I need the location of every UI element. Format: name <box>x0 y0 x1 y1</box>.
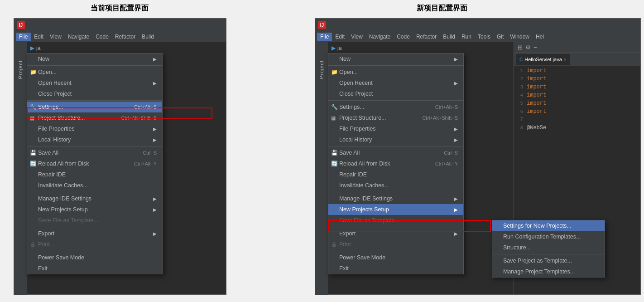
right-menu-window[interactable]: Window <box>507 33 533 41</box>
right-project-structure-icon: ▦ <box>331 115 336 121</box>
right-menu-navigate[interactable]: Navigate <box>366 33 394 41</box>
left-menu-row-project-structure[interactable]: ▦ Project Structure... Ctrl+Alt+Shift+S <box>27 112 162 123</box>
right-menu-row-exit[interactable]: Exit <box>328 263 463 274</box>
code-line-5: 5 import <box>514 100 640 108</box>
right-menu-row-reload[interactable]: 🔄 Reload All from Disk Ctrl+Alt+Y <box>328 158 463 169</box>
left-menu-row-print: 🖨 Print... <box>27 239 162 250</box>
right-menu-row-power-save[interactable]: Power Save Mode <box>328 252 463 263</box>
right-submenu-structure[interactable]: Structure... <box>492 242 605 253</box>
right-code-lines: 1 import 2 import 3 import 4 import 5 im… <box>514 66 640 135</box>
code-line-7: 7 <box>514 117 640 125</box>
left-menu-row-new[interactable]: New ▶ <box>27 54 162 64</box>
right-menu-row-invalidate-caches[interactable]: Invalidate Caches... <box>328 180 463 191</box>
right-menu-edit[interactable]: Edit <box>332 33 348 41</box>
right-menu-row-save-file-template: Save File as Template... <box>328 215 463 226</box>
right-title: 新项目配置界面 <box>417 4 467 13</box>
right-menu-git[interactable]: Git <box>494 33 507 41</box>
left-menu-row-settings[interactable]: 🔧 Settings... Ctrl+Alt+S <box>27 102 162 112</box>
left-menu-edit[interactable]: Edit <box>31 33 47 41</box>
left-menu-row-power-save[interactable]: Power Save Mode <box>27 252 162 263</box>
left-sep2 <box>27 100 162 101</box>
right-editor-tab-bar: C HelloServlet.java × <box>514 53 640 66</box>
left-menu-row-open[interactable]: 📁 Open... <box>27 67 162 78</box>
left-project-tree: ▶ ja <box>27 42 226 54</box>
right-project-panel: Project <box>315 42 328 295</box>
right-menu-help[interactable]: Hel <box>533 33 547 41</box>
left-menu-row-manage-ide[interactable]: Manage IDE Settings ▶ <box>27 193 162 204</box>
left-project-tab-label: Project <box>18 60 23 79</box>
left-menu-row-invalidate-caches[interactable]: Invalidate Caches... <box>27 180 162 191</box>
left-settings-icon: 🔧 <box>30 104 37 110</box>
left-project-structure-icon: ▦ <box>30 115 34 121</box>
left-ide-window: IJ File Edit View Navigate Code Refactor… <box>14 18 226 295</box>
code-line-1: 1 import <box>514 68 640 76</box>
right-menu-bar: File Edit View Navigate Code Refactor Bu… <box>315 31 640 42</box>
left-menu-refactor[interactable]: Refactor <box>112 33 139 41</box>
left-menu-row-repair-ide[interactable]: Repair IDE <box>27 169 162 180</box>
left-menu-row-close-project[interactable]: Close Project <box>27 88 162 99</box>
left-save-icon: 💾 <box>30 150 37 156</box>
right-menu-tools[interactable]: Tools <box>475 33 494 41</box>
right-menu-file[interactable]: File <box>317 33 332 41</box>
right-menu-row-file-properties[interactable]: File Properties ▶ <box>328 123 463 134</box>
left-menu-bar: File Edit View Navigate Code Refactor Bu… <box>14 31 226 42</box>
left-menu-row-exit[interactable]: Exit <box>27 263 162 274</box>
right-print-icon: 🖨 <box>331 241 336 248</box>
left-menu-row-file-properties[interactable]: File Properties ▶ <box>27 123 162 134</box>
right-menu-row-manage-ide[interactable]: Manage IDE Settings ▶ <box>328 193 463 204</box>
right-menu-row-close-project[interactable]: Close Project <box>328 88 463 99</box>
right-menu-row-export[interactable]: Export ▶ <box>328 228 463 239</box>
left-dropdown-menu: New ▶ 📁 Open... Open Recent ▶ Close Proj… <box>27 53 163 274</box>
right-sep6 <box>328 251 463 251</box>
right-title-bar: IJ <box>315 19 640 31</box>
right-editor-toolbar: ⊞ ⚙ − <box>514 42 640 53</box>
left-menu-row-reload[interactable]: 🔄 Reload All from Disk Ctrl+Alt+Y <box>27 158 162 169</box>
right-menu-row-new[interactable]: New ▶ <box>328 54 463 64</box>
left-print-icon: 🖨 <box>30 241 35 248</box>
left-menu-build[interactable]: Build <box>139 33 157 41</box>
left-menu-row-export[interactable]: Export ▶ <box>27 228 162 239</box>
left-title: 当前项目配置界面 <box>91 4 149 13</box>
right-menu-row-print: 🖨 Print... <box>328 239 463 250</box>
right-menu-build[interactable]: Build <box>440 33 458 41</box>
code-line-3: 3 import <box>514 84 640 92</box>
left-menu-view[interactable]: View <box>47 33 65 41</box>
left-menu-row-new-projects-setup[interactable]: New Projects Setup ▶ <box>27 204 162 215</box>
right-submenu-settings-new-projects[interactable]: Settings for New Projects... <box>492 220 605 231</box>
right-menu-row-local-history[interactable]: Local History ▶ <box>328 134 463 145</box>
right-menu-code[interactable]: Code <box>394 33 413 41</box>
left-tree-item-ja: ▶ ja <box>29 44 224 52</box>
right-menu-run[interactable]: Run <box>458 33 475 41</box>
right-submenu-save-project-template[interactable]: Save Project as Template... <box>492 255 605 266</box>
right-menu-row-repair-ide[interactable]: Repair IDE <box>328 169 463 180</box>
left-menu-code[interactable]: Code <box>92 33 112 41</box>
right-menu-row-project-structure[interactable]: ▦ Project Structure... Ctrl+Alt+Shift+S <box>328 112 463 123</box>
right-menu-row-save-all[interactable]: 💾 Save All Ctrl+S <box>328 147 463 158</box>
code-line-8: 8 @WebSe <box>514 125 640 133</box>
right-toolbar-gear-icon[interactable]: ⚙ <box>525 44 531 51</box>
right-menu-row-open[interactable]: 📁 Open... <box>328 67 463 78</box>
left-ide-logo: IJ <box>17 21 25 29</box>
left-menu-navigate[interactable]: Navigate <box>65 33 92 41</box>
right-menu-row-open-recent[interactable]: Open Recent ▶ <box>328 78 463 88</box>
right-tab-close-icon[interactable]: × <box>564 57 567 62</box>
right-toolbar-minus-icon[interactable]: − <box>533 44 537 51</box>
left-menu-file[interactable]: File <box>16 33 31 41</box>
right-submenu-manage-project-templates[interactable]: Manage Project Templates... <box>492 266 605 277</box>
right-menu-row-settings[interactable]: 🔧 Settings... Ctrl+Alt+S <box>328 102 463 112</box>
left-menu-row-local-history[interactable]: Local History ▶ <box>27 134 162 145</box>
left-reload-icon: 🔄 <box>30 161 37 167</box>
right-menu-row-new-projects-setup[interactable]: New Projects Setup ▶ <box>328 204 463 215</box>
right-submenu-run-config-templates[interactable]: Run Configuration Templates... <box>492 231 605 242</box>
left-sep3 <box>27 146 162 146</box>
left-project-panel: Project <box>14 42 27 295</box>
left-menu-row-open-recent[interactable]: Open Recent ▶ <box>27 78 162 88</box>
right-reload-icon: 🔄 <box>331 161 338 167</box>
right-editor-tab-hello-servlet[interactable]: C HelloServlet.java × <box>516 54 570 65</box>
right-settings-icon: 🔧 <box>331 104 338 110</box>
right-toolbar-breadcrumb-icon: ⊞ <box>518 44 523 51</box>
right-menu-refactor[interactable]: Refactor <box>413 33 440 41</box>
right-menu-view[interactable]: View <box>348 33 366 41</box>
left-sep4 <box>27 192 162 192</box>
left-menu-row-save-all[interactable]: 💾 Save All Ctrl+S <box>27 147 162 158</box>
